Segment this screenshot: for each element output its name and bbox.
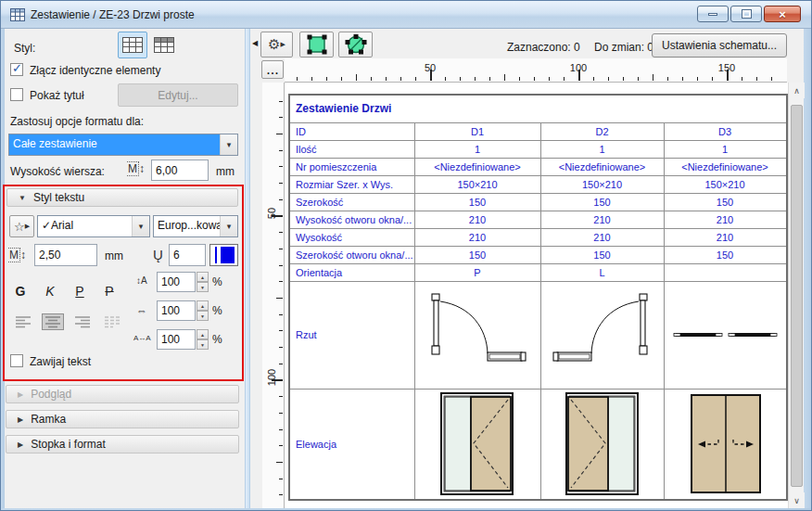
spin-down-icon[interactable]: ▼ (197, 282, 209, 292)
spin-up-icon[interactable]: ▲ (197, 329, 209, 339)
chevron-down-icon[interactable]: ▾ (220, 134, 237, 155)
maximize-icon (742, 10, 751, 18)
line-spacing-unit: % (212, 275, 222, 288)
collapse-panel-arrow-icon[interactable]: ◀ (252, 39, 258, 47)
encoding-select[interactable]: Europ...kowa ▾ (153, 215, 238, 237)
frame-section-header[interactable]: ▶ Ramka (6, 410, 239, 428)
ruler-tick (653, 74, 653, 81)
align-left-icon (15, 315, 32, 328)
font-select[interactable]: ✓Arial ▾ (37, 215, 150, 237)
schedule-settings-window: Zestawienie / ZE-23 Drzwi proste × Styl:… (0, 0, 812, 511)
row-value: 150 (540, 246, 664, 263)
panel-splitter[interactable] (245, 29, 250, 508)
ruler-tick (279, 413, 283, 414)
footer-section-header[interactable]: ▶ Stopka i format (6, 435, 239, 454)
row-height-input[interactable] (151, 160, 209, 181)
select-area-button[interactable] (299, 32, 334, 57)
ruler-tick (712, 77, 713, 81)
text-style-section-header[interactable]: ▼ Styl tekstu (6, 188, 238, 207)
spin-up-icon[interactable]: ▲ (197, 300, 209, 311)
width-factor-input[interactable] (157, 300, 196, 321)
table-title: Zestawienie Drzwi (289, 95, 787, 122)
show-title-checkbox[interactable] (10, 88, 23, 101)
pen-number-input[interactable] (169, 244, 206, 266)
selection-polygon-icon (345, 33, 367, 56)
spin-up-icon[interactable]: ▲ (197, 272, 209, 282)
row-value: 210 (540, 228, 664, 246)
selected-count: Zaznaczono: 0 (507, 41, 580, 54)
style-header-button[interactable] (149, 32, 179, 58)
door-plan-right-icon (415, 282, 540, 387)
scrollbar-thumb[interactable] (791, 105, 803, 487)
row-label: Rzut (289, 281, 414, 389)
row-label: Wysokość (289, 228, 414, 246)
ruler-label: 150 (718, 62, 735, 73)
footer-section-label: Stopka i format (31, 438, 106, 451)
table-row: Nr pomieszczenia<Niezdefiniowane><Niezde… (289, 158, 787, 175)
pen-color-swatch[interactable] (209, 244, 238, 266)
table-row: Ilość111 (289, 140, 787, 158)
letter-spacing-input[interactable] (157, 329, 196, 350)
row-value: 1 (664, 140, 787, 158)
minimize-button[interactable] (697, 6, 729, 22)
strikethrough-button[interactable]: P (97, 281, 121, 301)
letter-spacing-stepper[interactable]: ▲▼ (197, 329, 209, 350)
merge-identical-checkbox[interactable] (10, 63, 23, 76)
spin-down-icon[interactable]: ▼ (197, 339, 209, 350)
width-factor-stepper[interactable]: ▲▼ (197, 300, 209, 321)
ruler-tick (564, 77, 565, 81)
align-justify-button[interactable] (101, 313, 123, 330)
style-label: Styl: (14, 42, 35, 55)
italic-button[interactable]: K (38, 281, 62, 301)
format-scope-select[interactable]: Całe zestawienie ▾ (8, 134, 238, 156)
wrap-text-label: Zawijaj tekst (30, 355, 91, 368)
chevron-collapsed-icon: ▶ (18, 441, 23, 449)
line-spacing-input[interactable] (157, 272, 196, 292)
bold-button[interactable]: G (8, 281, 32, 301)
ruler-tick (341, 77, 342, 81)
ruler-tick (504, 74, 505, 81)
select-polygon-button[interactable] (338, 32, 373, 57)
window-left-border (1, 29, 5, 511)
show-title-label: Pokaż tytuł (30, 89, 84, 102)
font-check-icon: ✓ (42, 219, 51, 232)
align-center-button[interactable] (42, 313, 64, 330)
letter-spacing-icon: A↔A (133, 334, 151, 342)
align-left-button[interactable] (12, 313, 34, 330)
favorites-star-button[interactable]: ☆ ▶ (9, 215, 34, 237)
close-button[interactable]: × (764, 6, 801, 22)
settings-gear-button[interactable]: ⚙ ▶ (260, 32, 293, 57)
ruler-tick (279, 101, 283, 102)
line-spacing-stepper[interactable]: ▲▼ (197, 272, 209, 292)
ruler-tick (279, 249, 283, 249)
scroll-up-icon[interactable]: ∧ (789, 83, 805, 98)
pen-fill-color (221, 247, 235, 263)
chevron-down-icon[interactable]: ▾ (220, 216, 237, 236)
wrap-text-checkbox[interactable] (10, 354, 23, 367)
ruler-tick (608, 77, 609, 81)
align-right-button[interactable] (71, 313, 94, 330)
scheme-settings-button[interactable]: Ustawienia schematu... (652, 33, 787, 57)
vertical-scrollbar[interactable]: ∧ ∨ (788, 83, 804, 508)
format-scope-label: Zastosuj opcje formatu dla: (10, 115, 144, 128)
ruler-tick (549, 77, 550, 81)
style-grid-button[interactable] (118, 32, 147, 58)
text-size-input[interactable] (34, 244, 97, 266)
table-row: Wysokość otworu okna/...210210210 (289, 211, 787, 228)
title-bar[interactable]: Zestawienie / ZE-23 Drzwi proste × (1, 1, 812, 29)
maximize-button[interactable] (730, 6, 762, 22)
ruler-options-button[interactable]: ... (261, 60, 284, 79)
scroll-down-icon[interactable]: ∨ (789, 492, 805, 508)
row-value: 1 (414, 140, 540, 158)
row-value: D1 (414, 122, 540, 140)
underline-button[interactable]: P (68, 281, 92, 301)
row-value: 150×210 (414, 175, 540, 193)
spin-down-icon[interactable]: ▼ (197, 311, 209, 321)
preview-section-header: ▶ Podgląd (6, 385, 239, 403)
star-flyout-arrow-icon: ▶ (25, 223, 30, 230)
ruler-tick (489, 77, 490, 81)
plan-drawing-d1 (414, 281, 540, 389)
align-justify-icon (104, 315, 121, 328)
chevron-down-icon[interactable]: ▾ (132, 216, 149, 236)
schedule-preview-pane[interactable]: Zestawienie Drzwi IDD1D2D3Ilość111Nr pom… (285, 83, 788, 508)
